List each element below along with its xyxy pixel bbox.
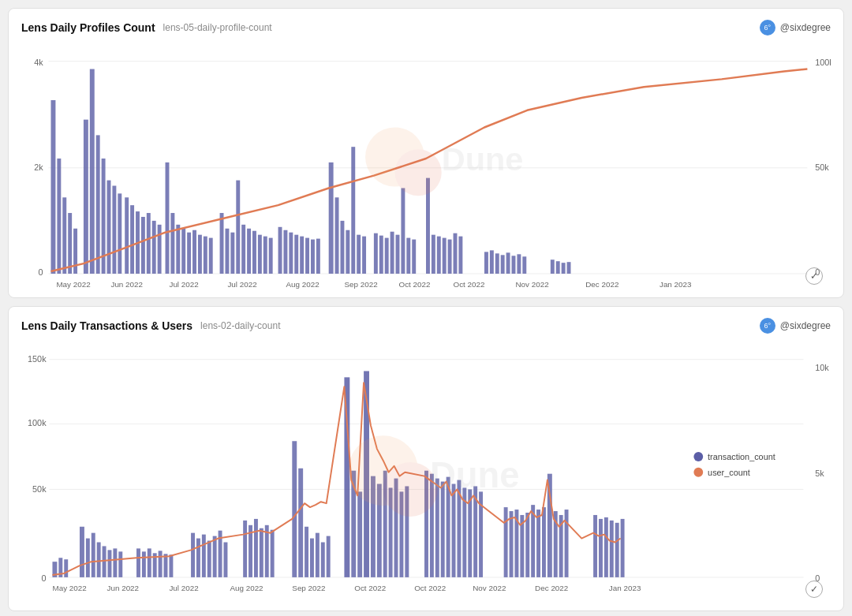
svg-rect-15 xyxy=(90,69,95,274)
chart2-check-icon: ✓ xyxy=(805,581,823,598)
svg-text:Jan 2023: Jan 2023 xyxy=(609,583,641,592)
svg-rect-52 xyxy=(305,238,309,274)
svg-rect-123 xyxy=(113,548,117,577)
chart2-svg: 150k 100k 50k 0 10k 5k 0 xyxy=(21,340,831,604)
svg-rect-10 xyxy=(57,159,61,274)
svg-rect-146 xyxy=(298,468,303,577)
svg-rect-48 xyxy=(283,230,287,274)
svg-rect-21 xyxy=(125,197,129,274)
svg-rect-18 xyxy=(107,181,111,274)
svg-rect-81 xyxy=(506,252,510,274)
svg-rect-69 xyxy=(412,240,416,274)
chart1-author: 6° @sixdegree xyxy=(760,20,831,35)
svg-rect-63 xyxy=(379,236,383,274)
svg-rect-27 xyxy=(158,225,162,274)
svg-rect-125 xyxy=(136,548,140,577)
svg-rect-124 xyxy=(118,551,122,577)
svg-rect-174 xyxy=(504,507,508,577)
svg-rect-44 xyxy=(258,235,262,274)
svg-text:100k: 100k xyxy=(28,417,47,427)
svg-rect-47 xyxy=(278,227,282,274)
svg-text:Jun 2022: Jun 2022 xyxy=(107,583,140,592)
svg-point-101 xyxy=(395,149,442,196)
svg-rect-180 xyxy=(536,510,540,577)
svg-text:Jan 2023: Jan 2023 xyxy=(660,280,692,289)
svg-rect-72 xyxy=(437,237,441,274)
svg-rect-134 xyxy=(202,534,206,577)
svg-text:Aug 2022: Aug 2022 xyxy=(286,280,319,289)
svg-text:Oct 2022: Oct 2022 xyxy=(414,583,446,592)
svg-rect-144 xyxy=(271,529,275,577)
svg-rect-132 xyxy=(191,532,195,577)
svg-rect-142 xyxy=(260,528,263,577)
svg-rect-131 xyxy=(169,554,173,577)
svg-rect-178 xyxy=(525,513,529,577)
svg-rect-175 xyxy=(510,511,514,577)
svg-rect-75 xyxy=(454,233,458,274)
chart1-card: Lens Daily Profiles Count lens-05-daily-… xyxy=(8,8,844,298)
svg-text:4k: 4k xyxy=(34,58,43,67)
chart2-title: Lens Daily Transactions & Users xyxy=(21,319,192,332)
chart1-author-name: @sixdegree xyxy=(780,22,831,33)
svg-rect-130 xyxy=(164,554,168,577)
chart1-check-icon: ✓ xyxy=(805,267,823,285)
svg-rect-117 xyxy=(80,526,84,577)
chart2-area: 150k 100k 50k 0 10k 5k 0 xyxy=(21,340,831,604)
svg-rect-40 xyxy=(236,181,240,274)
svg-point-207 xyxy=(693,467,703,476)
svg-rect-190 xyxy=(615,523,619,577)
svg-rect-139 xyxy=(243,521,247,577)
svg-text:Jun 2022: Jun 2022 xyxy=(110,280,143,289)
chart2-header: Lens Daily Transactions & Users lens-02-… xyxy=(21,318,831,334)
svg-rect-76 xyxy=(458,237,462,274)
svg-rect-50 xyxy=(294,235,298,274)
svg-rect-166 xyxy=(441,481,445,577)
svg-text:150k: 150k xyxy=(28,353,47,363)
svg-rect-26 xyxy=(152,221,156,274)
svg-text:Nov 2022: Nov 2022 xyxy=(515,280,548,289)
svg-text:Jul 2022: Jul 2022 xyxy=(227,280,256,289)
svg-rect-121 xyxy=(103,546,106,577)
svg-rect-32 xyxy=(187,233,191,274)
svg-rect-41 xyxy=(241,225,245,274)
svg-rect-51 xyxy=(300,237,304,274)
chart2-title-group: Lens Daily Transactions & Users lens-02-… xyxy=(21,319,280,332)
svg-text:Dec 2022: Dec 2022 xyxy=(585,280,618,289)
svg-rect-80 xyxy=(501,255,505,274)
svg-rect-19 xyxy=(112,186,116,274)
svg-text:Aug 2022: Aug 2022 xyxy=(230,583,263,592)
svg-text:Oct 2022: Oct 2022 xyxy=(454,280,485,289)
svg-rect-34 xyxy=(198,235,202,274)
svg-rect-127 xyxy=(148,548,151,577)
svg-rect-120 xyxy=(97,542,101,577)
svg-text:Jul 2022: Jul 2022 xyxy=(169,280,198,289)
svg-rect-54 xyxy=(316,239,320,274)
svg-rect-71 xyxy=(432,235,435,274)
svg-text:Dune: Dune xyxy=(430,455,519,495)
svg-rect-135 xyxy=(207,540,211,577)
svg-rect-58 xyxy=(346,230,349,274)
svg-text:Jul 2022: Jul 2022 xyxy=(169,583,198,592)
svg-rect-22 xyxy=(130,205,134,274)
svg-text:Nov 2022: Nov 2022 xyxy=(473,583,506,592)
svg-rect-62 xyxy=(374,233,378,274)
chart2-avatar: 6° xyxy=(760,318,775,334)
svg-rect-136 xyxy=(213,536,217,577)
svg-rect-186 xyxy=(593,515,597,577)
svg-rect-149 xyxy=(316,532,320,577)
svg-text:Oct 2022: Oct 2022 xyxy=(354,583,386,592)
svg-text:Dec 2022: Dec 2022 xyxy=(535,583,568,592)
svg-rect-116 xyxy=(64,559,68,577)
chart1-subtitle: lens-05-daily-profile-count xyxy=(163,22,272,33)
svg-rect-74 xyxy=(448,240,452,274)
svg-rect-147 xyxy=(305,526,308,577)
svg-rect-30 xyxy=(176,225,180,274)
svg-rect-45 xyxy=(263,237,267,274)
svg-rect-181 xyxy=(542,507,546,577)
svg-rect-53 xyxy=(311,240,315,274)
svg-rect-60 xyxy=(357,235,361,274)
svg-rect-119 xyxy=(92,532,95,577)
chart2-author: 6° @sixdegree xyxy=(760,318,831,334)
svg-rect-11 xyxy=(62,197,66,274)
svg-rect-154 xyxy=(357,491,362,577)
